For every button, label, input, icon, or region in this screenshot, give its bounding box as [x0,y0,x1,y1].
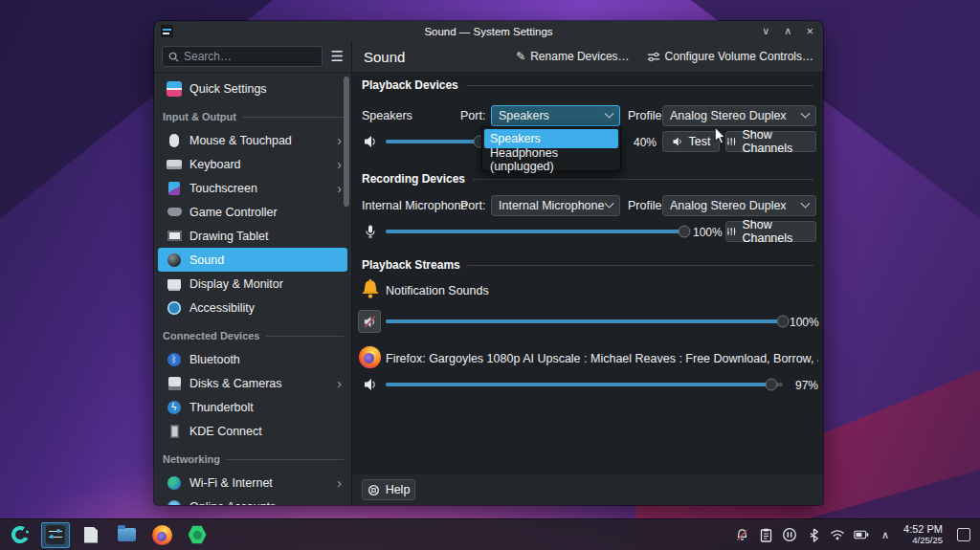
accounts-icon [167,499,182,506]
media-pause-tray-icon[interactable] [782,527,797,542]
port-option-headphones-unplugged[interactable]: Headphones (unplugged) [484,150,618,169]
sidebar-item-label: Quick Settings [189,82,267,96]
sidebar-item-bluetooth[interactable]: Bluetooth [158,347,347,371]
minimize-button[interactable]: ∨ [762,21,769,41]
speaker-volume-icon [363,377,378,392]
sidebar-item-label: Accessibility [189,301,255,315]
show-desktop-button[interactable] [957,528,970,541]
microphone-device-label: Internal Microphone [362,199,467,212]
sidebar-item-drawing-tablet[interactable]: Drawing Tablet [158,224,347,248]
system-settings-icon [46,525,65,544]
notifications-muted-tray-icon[interactable] [734,527,749,542]
taskbar-firefox-task[interactable] [147,522,176,548]
sidebar-item-disks-cameras[interactable]: Disks & Cameras› [158,371,347,395]
touchscreen-icon [167,181,182,196]
clock[interactable]: 4:52 PM 4/25/25 [903,523,943,546]
notification-bell-icon [360,278,381,301]
app-launcher-button[interactable] [6,522,34,548]
system-settings-window: Sound — System Settings ∨ ∧ × ☰ Sound ✎ … [154,21,823,505]
sidebar-item-label: Bluetooth [189,353,240,366]
configure-volume-controls-button[interactable]: Configure Volume Controls… [647,50,813,63]
microphone-port-combobox[interactable]: Internal Microphone [491,195,620,216]
taskbar-system-settings-task[interactable] [41,522,70,548]
taskbar: ∧ 4:52 PM 4/25/25 [0,518,980,550]
clipboard-tray-icon[interactable] [758,527,773,542]
help-button[interactable]: Help [362,479,415,500]
port-option-speakers[interactable]: Speakers [484,129,618,148]
sidebar-item-label: Keyboard [189,158,241,171]
wifi-icon [167,475,182,491]
sidebar-list: Quick SettingsInput & OutputMouse & Touc… [154,73,352,505]
sidebar-section-input-output: Input & Output [163,107,344,126]
muted-speaker-icon [363,315,377,329]
test-button[interactable]: Test [662,131,720,152]
sidebar-item-accessibility[interactable]: Accessibility [158,296,347,319]
sidebar-item-thunderbolt[interactable]: Thunderbolt [158,395,347,419]
microphone-profile-combobox[interactable]: Analog Stereo Duplex [662,195,816,216]
hexagon-app-icon [189,525,207,544]
battery-tray-icon[interactable] [854,527,869,542]
close-button[interactable]: × [806,21,813,41]
sidebar-item-touchscreen[interactable]: Touchscreen› [158,176,347,200]
sidebar-item-label: Sound [189,253,224,267]
chevron-down-icon [801,198,811,208]
taskbar-text-editor-task[interactable] [77,522,105,548]
mouse-icon [167,133,182,148]
firefox-icon [152,525,172,545]
speaker-icon [672,136,683,147]
sidebar-item-kde-connect[interactable]: KDE Connect [158,419,347,443]
rename-devices-button[interactable]: ✎ Rename Devices… [516,50,629,63]
chevron-down-icon [605,108,614,118]
taskbar-file-manager-task[interactable] [112,522,141,548]
sidebar-scrollbar[interactable] [344,77,349,207]
sidebar-item-game-controller[interactable]: Game Controller [158,200,347,224]
sidebar-item-display-monitor[interactable]: Display & Monitor [158,272,347,296]
pencil-icon: ✎ [516,50,525,63]
tray-expander-chevron-icon[interactable]: ∧ [878,527,893,542]
taskbar-green-app-task[interactable] [183,522,212,548]
window-title: Sound — System Settings [154,26,823,37]
sidebar-item-label: Online Accounts [189,500,276,506]
menu-icon[interactable]: ☰ [331,48,344,65]
window-titlebar[interactable]: Sound — System Settings ∨ ∧ × [154,21,823,41]
chevron-down-icon [801,108,811,118]
sidebar-item-sound[interactable]: Sound [158,248,347,272]
microphone-volume-slider[interactable] [386,230,684,233]
notification-mute-button[interactable] [358,310,381,333]
speakers-port-combobox[interactable]: Speakers [491,105,620,126]
sidebar-item-mouse-touchpad[interactable]: Mouse & Touchpad› [158,128,347,152]
sidebar-item-quick-settings[interactable]: Quick Settings [158,77,347,100]
keyboard-icon [167,157,182,172]
search-field[interactable] [162,46,323,67]
sidebar-item-label: Game Controller [189,206,278,219]
clock-date: 4/25/25 [903,536,943,546]
page-title: Sound [364,49,405,65]
maximize-button[interactable]: ∧ [784,21,791,41]
channels-icon [726,226,736,237]
firefox-volume-slider[interactable] [386,383,783,386]
playback-streams-header: Playback Streams [362,258,813,272]
sidebar-item-label: Drawing Tablet [189,230,268,243]
search-input[interactable] [184,50,299,63]
sidebar-item-keyboard[interactable]: Keyboard› [158,152,347,176]
gamepad-icon [167,205,182,220]
slider-handle[interactable] [777,316,790,328]
launcher-logo-icon [10,524,31,545]
help-buoy-icon [368,484,380,496]
speakers-show-channels-button[interactable]: Show Channels [725,131,816,152]
bluetooth-tray-icon[interactable] [806,527,821,542]
sidebar-item-online-accounts[interactable]: Online Accounts [158,495,347,505]
wifi-tray-icon[interactable] [830,527,845,542]
chevron-right-icon: › [337,377,342,390]
notification-volume-percent: 100% [790,316,818,329]
microphone-show-channels-button[interactable]: Show Channels [725,221,816,242]
sound-icon [167,253,182,268]
speakers-profile-combobox[interactable]: Analog Stereo Duplex [662,105,816,126]
window-header: ☰ Sound ✎ Rename Devices… Configure Volu… [154,41,823,73]
notification-volume-slider[interactable] [386,319,783,323]
slider-handle[interactable] [679,226,691,238]
sidebar-item-wi-fi-internet[interactable]: Wi-Fi & Internet› [158,471,347,495]
sidebar-section-networking: Networking [163,450,344,469]
sidebar-item-label: Wi-Fi & Internet [189,476,273,490]
slider-handle[interactable] [765,379,777,391]
